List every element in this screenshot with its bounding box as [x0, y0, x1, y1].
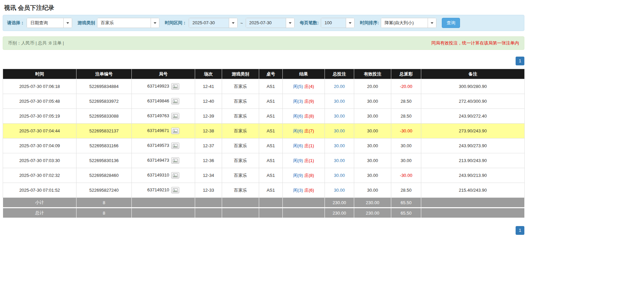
caret-down-icon[interactable] [286, 18, 294, 28]
total-bet-link[interactable]: 30.00 [334, 99, 345, 104]
cell-total-bet: 30.00 [325, 109, 354, 124]
round-id-text: 637149671 [147, 128, 169, 133]
result-player: 闲(6) [293, 143, 303, 148]
cell-time: 2025-07-30 07:02:32 [3, 168, 76, 183]
header-remark: 备注 [421, 69, 525, 79]
cell-bet-id: 522695833972 [76, 94, 132, 109]
cell-session: 12-34 [195, 168, 222, 183]
round-record-icon[interactable] [171, 83, 179, 90]
cell-valid-bet: 30.00 [354, 138, 391, 153]
result-banker: 庄(6) [304, 188, 314, 193]
caret-down-icon[interactable] [428, 18, 436, 28]
result-player: 闲(9) [293, 158, 303, 163]
header-game-type: 游戏类别 [222, 69, 259, 79]
total-bet-link[interactable]: 30.00 [334, 114, 345, 119]
cell-time: 2025-07-30 07:04:09 [3, 138, 76, 153]
page-size-select[interactable]: 100 [321, 18, 355, 28]
table-row: 2025-07-30 07:06:18 522695834884 6371499… [3, 79, 525, 94]
cell-table-no: AS1 [259, 138, 283, 153]
cell-total-bet: 30.00 [325, 168, 354, 183]
result-player: 闲(6) [293, 114, 303, 119]
round-record-icon[interactable] [171, 98, 179, 104]
total-bet-link[interactable]: 30.00 [334, 158, 345, 163]
cell-total-bet: 30.00 [325, 124, 354, 138]
cell-time: 2025-07-30 07:04:44 [3, 124, 76, 138]
game-type-label: 游戏类别 [78, 20, 95, 26]
cell-payout: 28.50 [391, 94, 421, 109]
select-label: 请选择： [7, 20, 25, 26]
sort-select[interactable]: 降冪(由大到小) [381, 18, 436, 28]
cell-total-bet: 30.00 [325, 153, 354, 168]
caret-down-icon[interactable] [346, 18, 354, 28]
cell-result: 闲(3)庄(9) [283, 94, 325, 109]
cell-total-bet: 30.00 [325, 138, 354, 153]
subtotal-count: 8 [76, 198, 132, 208]
cell-payout: 30.00 [391, 138, 421, 153]
page-button[interactable]: 1 [516, 226, 524, 235]
round-record-icon[interactable] [171, 187, 179, 193]
total-bet-link[interactable]: 20.00 [334, 84, 345, 89]
round-record-icon[interactable] [171, 128, 179, 134]
round-record-icon[interactable] [171, 157, 179, 164]
header-round-id: 局号 [132, 69, 195, 79]
cell-session: 12-39 [195, 109, 222, 124]
subtotal-valid-bet: 230.00 [354, 198, 391, 208]
total-bet-link[interactable]: 30.00 [334, 188, 345, 193]
round-id-text: 637149763 [147, 113, 169, 118]
table-row: 2025-07-30 07:05:19 522695833088 6371497… [3, 109, 525, 124]
cell-bet-id: 522695834884 [76, 79, 132, 94]
table-row: 2025-07-30 07:01:52 522695827240 6371492… [3, 183, 525, 198]
cell-game-type: 百家乐 [222, 153, 259, 168]
date-to-input[interactable]: 2025-07-30 [246, 18, 295, 28]
subtotal-total-bet: 230.00 [325, 198, 354, 208]
result-banker: 庄(8) [304, 173, 314, 178]
caret-down-icon[interactable] [63, 18, 72, 28]
header-valid-bet: 有效投注 [354, 69, 391, 79]
page-button[interactable]: 1 [516, 57, 524, 65]
cell-total-bet: 30.00 [325, 94, 354, 109]
cell-session: 12-40 [195, 94, 222, 109]
cell-bet-id: 522695830136 [76, 153, 132, 168]
caret-down-icon[interactable] [151, 18, 159, 28]
total-bet-link[interactable]: 30.00 [334, 143, 345, 148]
result-banker: 庄(7) [304, 128, 314, 133]
game-type-select[interactable]: 百家乐 [97, 18, 159, 28]
cell-valid-bet: 30.00 [354, 109, 391, 124]
query-type-value: 日期查询 [27, 18, 63, 28]
round-record-icon[interactable] [171, 113, 179, 119]
cell-bet-id: 522695832137 [76, 124, 132, 138]
cell-remark: 273.90/243.90 [421, 124, 525, 138]
search-button[interactable]: 查询 [442, 18, 460, 28]
round-id-text: 637149473 [147, 158, 169, 163]
header-total-bet: 总投注 [325, 69, 354, 79]
query-type-select[interactable]: 日期查询 [27, 18, 72, 28]
cell-result: 闲(5)庄(4) [283, 79, 325, 94]
total-bet-link[interactable]: 30.00 [334, 128, 345, 133]
cell-round-id: 637149210 [132, 183, 195, 198]
currency-summary: 币别：人民币 | 总共 :8 注单 | [8, 40, 64, 46]
caret-down-icon[interactable] [229, 18, 237, 28]
total-bet-link[interactable]: 30.00 [334, 173, 345, 178]
table-row: 2025-07-30 07:04:44 522695832137 6371496… [3, 124, 525, 138]
cell-remark: 215.40/243.90 [421, 183, 525, 198]
round-record-icon[interactable] [171, 143, 179, 149]
cell-valid-bet: 30.00 [354, 168, 391, 183]
cell-result: 闲(6)庄(8) [283, 109, 325, 124]
cell-table-no: AS1 [259, 124, 283, 138]
page-size-label: 每页笔数: [300, 20, 319, 26]
result-player: 闲(3) [293, 188, 303, 193]
header-bet-id: 注单编号 [76, 69, 132, 79]
round-record-icon[interactable] [171, 172, 179, 179]
total-row: 总计 8 230.00 230.00 65.50 [3, 208, 525, 218]
total-label: 总计 [3, 208, 76, 218]
result-banker: 庄(8) [304, 114, 314, 119]
cell-table-no: AS1 [259, 94, 283, 109]
total-valid-bet: 230.00 [354, 208, 391, 218]
cell-result: 闲(6)庄(1) [283, 138, 325, 153]
header-result: 结果 [283, 69, 325, 79]
date-from-input[interactable]: 2025-07-30 [189, 18, 238, 28]
cell-remark: 272.40/300.90 [421, 94, 525, 109]
cell-bet-id: 522695827240 [76, 183, 132, 198]
subtotal-empty [132, 198, 195, 208]
subtotal-payout: 65.50 [391, 198, 421, 208]
